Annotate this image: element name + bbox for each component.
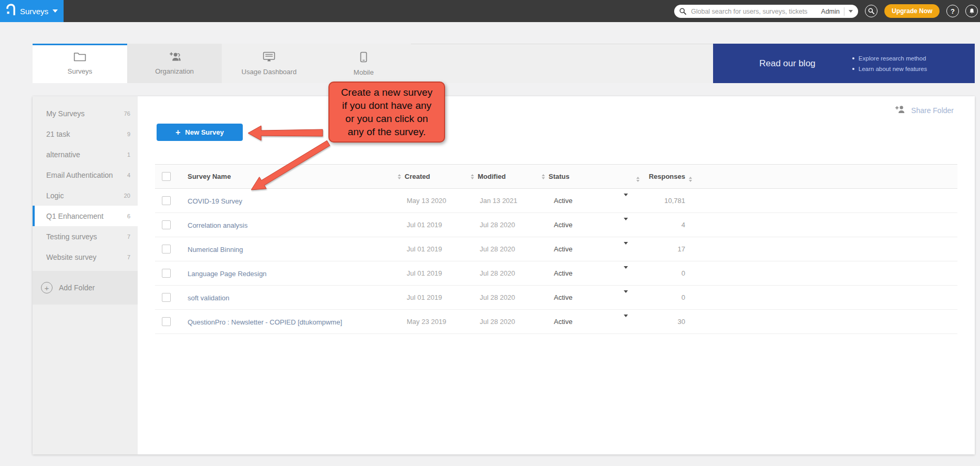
tab-surveys[interactable]: Surveys [33,44,127,83]
product-menu[interactable]: Surveys [0,0,64,22]
sidebar-item-count: 7 [127,254,130,260]
column-header-status[interactable]: Status [542,173,612,180]
sidebar-folder-item[interactable]: My Surveys 76 [33,103,138,124]
sidebar-item-count: 7 [127,234,130,240]
share-folder-button[interactable]: Share Folder [894,105,954,116]
notifications-button[interactable] [965,5,978,17]
status-dropdown-caret[interactable] [624,315,628,326]
tab-label: Usage Dashboard [242,68,297,76]
row-checkbox[interactable] [162,269,171,278]
status-dropdown-caret[interactable] [624,242,628,254]
top-bar: Surveys Admin Upgrade Now ? [0,0,980,22]
survey-table-row: QuestionPro : Newsletter - COPIED [dtuko… [155,310,957,334]
row-checkbox[interactable] [162,245,171,254]
status-dropdown-caret[interactable] [624,218,628,229]
created-cell: Jul 01 2019 [407,293,480,301]
status-dropdown-caret[interactable] [624,290,628,302]
help-button[interactable]: ? [946,5,959,17]
mobile-icon [360,52,367,65]
responses-cell: 0 [646,269,685,277]
person-add-icon [894,105,906,116]
status-dropdown-caret[interactable] [624,194,628,205]
sort-icon[interactable] [471,174,474,179]
survey-table-row: COVID-19 Survey May 13 2020 Jan 13 2021 … [155,189,957,213]
banner-bullet-item: Learn about new features [852,66,927,72]
sidebar-folder-item[interactable]: Testing surveys 7 [33,226,138,247]
product-menu-label: Surveys [20,7,48,16]
banner-bullet-list: Explore research method Learn about new … [852,55,927,72]
tab-mobile[interactable]: Mobile [316,44,411,83]
sidebar-folder-item[interactable]: Logic 20 [33,185,138,206]
responses-cell: 10,781 [646,197,685,205]
created-cell: Jul 01 2019 [407,221,480,229]
search-button[interactable] [865,5,878,17]
content-area: Share Folder + New Survey Survey Name Cr… [138,96,975,454]
search-scope-dropdown[interactable]: Admin [818,5,858,18]
sidebar-item-label: Q1 Enhancement [46,212,127,220]
sort-icon[interactable] [542,174,545,179]
status-value: Active [551,293,621,301]
sidebar-item-count: 20 [124,193,130,199]
read-our-blog-link[interactable]: Read our blog [759,58,816,69]
survey-name-link[interactable]: QuestionPro : Newsletter - COPIED [dtuko… [188,318,342,326]
sort-icon[interactable] [689,177,692,182]
new-survey-button[interactable]: + New Survey [157,124,243,141]
new-survey-label: New Survey [185,128,224,136]
sidebar-folder-item[interactable]: Email Authentication 4 [33,165,138,185]
blog-banner: Read our blog Explore research method Le… [713,44,975,83]
sidebar-item-label: Website survey [46,253,127,261]
survey-name-link[interactable]: Language Page Redesign [188,270,266,278]
responses-cell: 30 [646,318,685,326]
row-checkbox[interactable] [162,220,171,229]
column-header-responses[interactable]: Responses [646,173,685,180]
survey-name-link[interactable]: COVID-19 Survey [188,197,242,205]
survey-table-row: soft validation Jul 01 2019 Jul 28 2020 … [155,286,957,310]
sidebar-item-count: 6 [127,213,130,219]
row-checkbox[interactable] [162,196,171,205]
sidebar-folder-item[interactable]: alternative 1 [33,144,138,165]
column-header-created[interactable]: Created [398,173,471,180]
survey-table-row: Language Page Redesign Jul 01 2019 Jul 2… [155,261,957,286]
sidebar-folder-list: My Surveys 76 21 task 9 alternative 1 Em… [33,103,138,267]
question-mark-icon: ? [951,7,955,15]
sidebar-item-label: Testing surveys [46,232,127,241]
status-dropdown-caret[interactable] [624,266,628,278]
sidebar-item-count: 4 [127,172,130,178]
sidebar-folder-item[interactable]: 21 task 9 [33,124,138,144]
search-icon [679,8,686,15]
sort-icon[interactable] [398,174,401,179]
created-cell: May 23 2019 [407,318,480,326]
survey-name-link[interactable]: soft validation [188,294,230,302]
survey-table-row: Correlation analysis Jul 01 2019 Jul 28 … [155,213,957,237]
sort-icon[interactable] [636,177,639,182]
created-cell: Jul 01 2019 [407,269,480,277]
modified-cell: Jul 28 2020 [480,293,551,301]
status-value: Active [551,269,621,277]
upgrade-now-button[interactable]: Upgrade Now [884,4,940,18]
sidebar-item-label: alternative [46,150,127,159]
status-value: Active [551,318,621,326]
add-folder-label: Add Folder [59,283,95,292]
survey-name-link[interactable]: Numerical Binning [188,246,243,254]
sidebar-folder-item[interactable]: Q1 Enhancement 6 [33,206,138,226]
tab-usage-dashboard[interactable]: Usage Dashboard [222,44,316,83]
column-header-modified[interactable]: Modified [471,173,542,180]
banner-bullet-item: Explore research method [852,55,927,62]
sidebar-folder-item[interactable]: Website survey 7 [33,247,138,267]
sidebar-item-label: My Surveys [46,109,124,118]
global-search-input[interactable] [690,7,818,16]
sidebar-item-label: Email Authentication [46,171,127,179]
banner-bullet-label: Learn about new features [859,66,927,72]
tab-organization[interactable]: Organization [127,44,222,83]
column-header-survey-name[interactable]: Survey Name [188,173,407,180]
main-panel: My Surveys 76 21 task 9 alternative 1 Em… [33,96,975,454]
row-checkbox[interactable] [162,317,171,326]
survey-name-link[interactable]: Correlation analysis [188,221,247,229]
select-all-checkbox[interactable] [162,172,171,181]
modified-cell: Jul 28 2020 [480,221,551,229]
status-value: Active [551,197,621,205]
row-checkbox[interactable] [162,293,171,302]
circle-plus-icon: + [41,282,53,293]
created-cell: May 13 2020 [407,197,480,205]
add-folder-button[interactable]: + Add Folder [33,271,138,305]
